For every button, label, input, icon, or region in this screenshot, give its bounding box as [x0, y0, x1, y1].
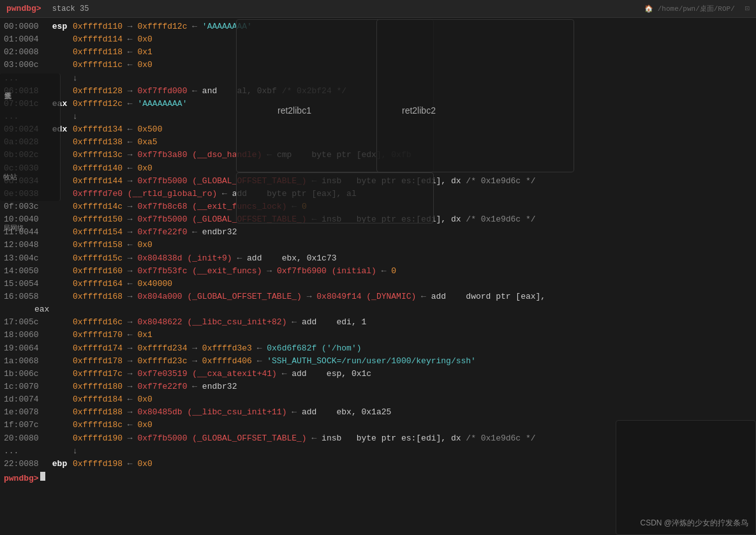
top-command: stack 35	[48, 4, 89, 13]
stack-line-0d: 0d:0034 0xffffd144 → 0xf7fb5000 (_GLOBAL…	[4, 175, 752, 188]
cursor	[40, 472, 45, 481]
stack-line-01: 01:0004 0xffffd114 ← 0x0	[4, 33, 752, 46]
stack-ellipsis-1: ... ↓	[4, 72, 752, 85]
stack-line-1c: 1c:0070 0xffffd180 → 0xf7fe22f0 ← endbr3…	[4, 381, 752, 393]
ptr-00: 0xffffd110	[73, 20, 122, 33]
stack-line-0f: 0f:003c 0xffffd14c → 0xf7fb8c68 (__exit_…	[4, 200, 752, 213]
reg-esp: esp	[47, 20, 73, 33]
stack-line-09: 09:0024 edx 0xffffd134 ← 0x500	[4, 123, 752, 136]
stack-line-1e: 1e:0078 0xffffd188 → 0x80485db (__libc_c…	[4, 406, 752, 419]
stack-line-00: 00:0000 esp 0xffffd110 → 0xffffd12c ← 'A…	[4, 20, 752, 33]
stack-line-1b: 1b:006c 0xffffd17c → 0xf7e03519 (__cxa_a…	[4, 368, 752, 381]
stack-line-11: 11:0044 0xffffd154 → 0xf7fe22f0 ← endbr3…	[4, 226, 752, 239]
stack-line-10: 10:0040 0xffffd150 → 0xf7fb5000 (_GLOBAL…	[4, 213, 752, 226]
stack-line-0a: 0a:0028 0xffffd138 ← 0xa5	[4, 136, 752, 149]
stack-line-0c: 0c:0030 0xffffd140 ← 0x0	[4, 162, 752, 175]
stack-line-03: 03:000c 0xffffd11c ← 0x0	[4, 59, 752, 72]
stack-output: 00:0000 esp 0xffffd110 → 0xffffd12c ← 'A…	[0, 18, 756, 488]
stack-line-1f: 1f:007c 0xffffd18c ← 0x0	[4, 419, 752, 432]
stack-line-22: 22:0088 ebp 0xffffd198 ← 0x0	[4, 458, 752, 471]
stack-line-1d: 1d:0074 0xffffd184 ← 0x0	[4, 393, 752, 406]
stack-line-16: 16:0058 0xffffd168 → 0x804a000 (_GLOBAL_…	[4, 290, 752, 303]
stack-line-0b: 0b:002c 0xffffd13c → 0xf7fb3a80 (__dso_h…	[4, 149, 752, 162]
top-prompt: pwndbg>	[6, 4, 41, 13]
stack-line-14: 14:0050 0xffffd160 → 0xf7fb53fc (__exit_…	[4, 265, 752, 278]
stack-line-07: 07:001c eax 0xffffd12c ← 'AAAAAAAA'	[4, 98, 752, 110]
stack-line-17: 17:005c 0xffffd16c → 0x8048622 (__libc_c…	[4, 316, 752, 329]
stack-line-1a: 1a:0068 0xffffd178 → 0xffffd23c → 0xffff…	[4, 355, 752, 368]
top-icon: ⊡	[745, 4, 750, 13]
watermark: CSDN @淬炼的少女的拧发条鸟	[640, 518, 748, 529]
stack-line-02: 02:0008 0xffffd118 ← 0x1	[4, 46, 752, 59]
top-bar: pwndbg> stack 35 🏠 /home/pwn/桌面/ROP/ ⊡	[0, 0, 756, 18]
bottom-prompt-line[interactable]: pwndbg>	[4, 472, 752, 485]
stack-line-13: 13:004c 0xffffd15c → 0x804838d (_init+9)…	[4, 252, 752, 265]
stack-line-20: 20:0080 0xffffd190 → 0xf7fb5000 (_GLOBAL…	[4, 432, 752, 445]
stack-line-06: 06:0018 0xffffd128 → 0xf7ffd000 ← and al…	[4, 85, 752, 98]
addr-00: 00:0000	[4, 20, 47, 33]
stack-line-19: 19:0064 0xffffd174 → 0xffffd234 → 0xffff…	[4, 342, 752, 355]
stack-line-eax-cont: eax	[4, 303, 752, 316]
stack-ellipsis-3: ... ↓	[4, 445, 752, 458]
stack-line-18: 18:0060 0xffffd170 ← 0x1	[4, 329, 752, 342]
stack-line-12: 12:0048 0xffffd158 ← 0x0	[4, 239, 752, 252]
terminal: pwndbg> stack 35 🏠 /home/pwn/桌面/ROP/ ⊡ 0…	[0, 0, 756, 535]
stack-line-15: 15:0054 0xffffd164 ← 0x40000	[4, 278, 752, 290]
top-path: 🏠 /home/pwn/桌面/ROP/	[644, 4, 735, 13]
stack-ellipsis-2: ... ↓	[4, 110, 752, 123]
stack-line-0e: 0e:0038 0xffffd7e0 (__rtld_global_ro) ← …	[4, 188, 752, 200]
bottom-prompt: pwndbg>	[4, 472, 39, 485]
